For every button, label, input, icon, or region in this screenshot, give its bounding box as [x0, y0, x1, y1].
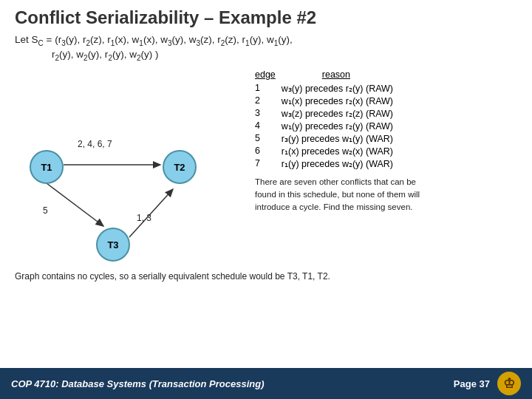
page-title: Conflict Serializability – Example #2: [15, 7, 517, 28]
row-desc: w₃(z) precedes r₂(z) (RAW): [282, 107, 397, 120]
table-row: 5r₃(y) precedes w₁(y) (WAR): [255, 132, 397, 145]
row-num: 7: [255, 157, 282, 170]
row-desc: w₁(y) precedes r₂(y) (RAW): [282, 120, 397, 132]
footer-right: Page 37: [454, 378, 490, 389]
edge-label-t3-t2: 1, 3: [137, 213, 151, 223]
diagram-area: T1 T2 T3 2, 4, 6, 7 5 1, 3: [15, 69, 244, 268]
table-row: 3w₃(z) precedes r₂(z) (RAW): [255, 107, 397, 120]
main-content: Conflict Serializability – Example #2 Le…: [0, 0, 532, 289]
edge-table: edge reason 1w₃(y) precedes r₂(y) (RAW)2…: [255, 69, 397, 170]
row-num: 5: [255, 132, 282, 145]
footer-left: COP 4710: Database Systems (Transaction …: [11, 378, 264, 389]
table-row: 4w₁(y) precedes r₂(y) (RAW): [255, 120, 397, 132]
table-row: 7r₁(y) precedes w₂(y) (WAR): [255, 157, 397, 170]
table-area: edge reason 1w₃(y) precedes r₂(y) (RAW)2…: [244, 69, 517, 268]
row-num: 3: [255, 107, 282, 120]
row-num: 6: [255, 145, 282, 157]
bottom-bar: COP 4710: Database Systems (Transaction …: [0, 368, 532, 399]
table-row: 6r₁(x) precedes w₂(x) (WAR): [255, 145, 397, 157]
row-desc: w₁(x) precedes r₂(x) (RAW): [282, 95, 397, 107]
logo-icon: ♔: [497, 372, 521, 395]
row-num: 1: [255, 82, 282, 95]
edge-label-t1-t2: 2, 4, 6, 7: [78, 139, 112, 149]
edge-label-t1-t3: 5: [43, 205, 48, 216]
graph-note-area: Graph contains no cycles, so a serially …: [15, 271, 517, 282]
row-desc: r₃(y) precedes w₁(y) (WAR): [282, 132, 397, 145]
serial-equiv: Graph contains no cycles, so a serially …: [15, 271, 517, 282]
schedule-line1: Let SC = (r3(y), r2(z), r1(x), w1(x), w3…: [15, 34, 517, 47]
diagram-table-area: T1 T2 T3 2, 4, 6, 7 5 1, 3 edge reason 1…: [15, 69, 517, 268]
bottom-right-area: Page 37 ♔: [454, 372, 521, 395]
row-desc: w₃(y) precedes r₂(y) (RAW): [282, 82, 397, 95]
table-body: 1w₃(y) precedes r₂(y) (RAW)2w₁(x) preced…: [255, 82, 397, 170]
schedule-line2: r2(y), w2(y), r2(y), w2(y) ): [52, 49, 517, 62]
row-num: 2: [255, 95, 282, 107]
col-reason-header: reason: [282, 69, 397, 82]
row-desc: r₁(y) precedes w₂(y) (WAR): [282, 157, 397, 170]
note-text: There are seven other conflicts that can…: [255, 176, 429, 213]
row-num: 4: [255, 120, 282, 132]
col-edge-header: edge: [255, 69, 282, 82]
row-desc: r₁(x) precedes w₂(x) (WAR): [282, 145, 397, 157]
table-row: 1w₃(y) precedes r₂(y) (RAW): [255, 82, 397, 95]
table-row: 2w₁(x) precedes r₂(x) (RAW): [255, 95, 397, 107]
svg-line-2: [47, 183, 103, 226]
